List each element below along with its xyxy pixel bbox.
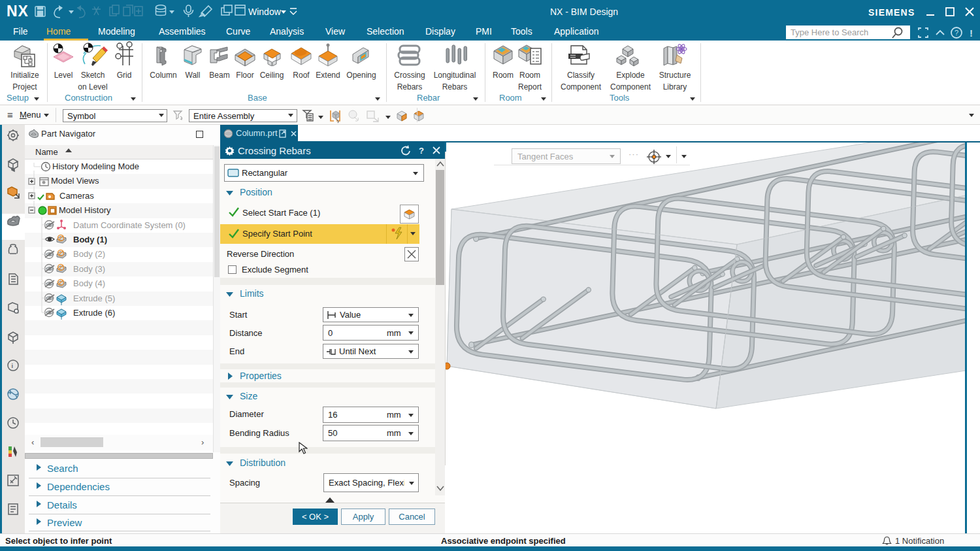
svg-text:?: ?: [955, 29, 958, 37]
svg-text:i: i: [12, 363, 14, 369]
svg-text:?: ?: [419, 146, 424, 156]
svg-text:!: !: [970, 27, 973, 39]
svg-text:Window: Window: [248, 7, 282, 17]
